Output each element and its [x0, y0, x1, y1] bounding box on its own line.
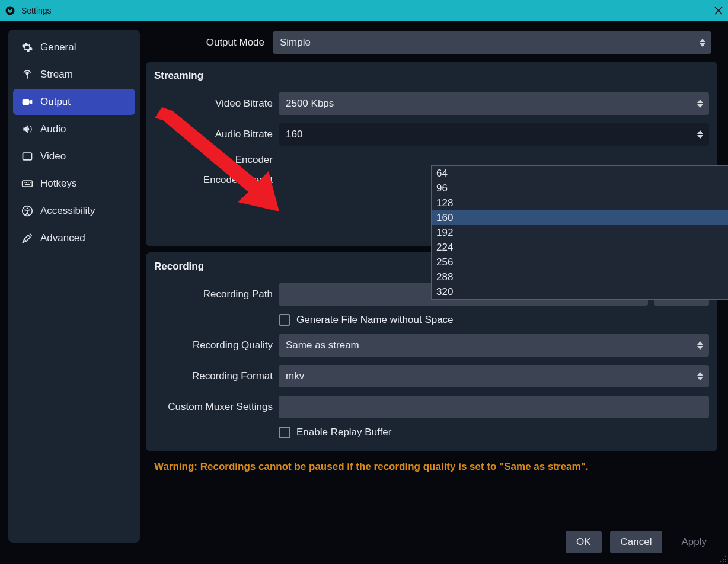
replay-buffer-row[interactable]: Enable Replay Buffer	[279, 427, 709, 438]
output-mode-value: Simple	[280, 37, 311, 49]
recording-quality-value: Same as stream	[286, 339, 359, 351]
dialog-buttons: OK Cancel Apply	[566, 531, 717, 553]
audio-bitrate-option[interactable]: 128	[432, 196, 728, 210]
close-icon[interactable]	[714, 6, 723, 15]
svg-point-2	[9, 8, 12, 11]
svg-point-8	[27, 208, 28, 210]
video-icon	[21, 150, 33, 162]
sidebar-item-general[interactable]: General	[13, 34, 135, 60]
main-output-panel: Output Mode Simple Streaming Video Bitra…	[146, 24, 726, 564]
audio-bitrate-row: Audio Bitrate 160	[154, 123, 709, 146]
keyboard-icon	[21, 178, 33, 190]
sidebar-item-label: Audio	[40, 123, 66, 135]
recording-format-row: Recording Format mkv	[154, 365, 709, 387]
output-mode-select[interactable]: Simple	[273, 31, 711, 54]
settings-sidebar: General Stream Output Audio Video Hotkey…	[8, 30, 140, 543]
window-title: Settings	[21, 6, 52, 15]
audio-bitrate-label: Audio Bitrate	[154, 129, 273, 140]
encoder-label: Encoder	[154, 154, 273, 166]
recording-path-label: Recording Path	[154, 289, 273, 300]
svg-point-11	[725, 559, 726, 560]
audio-bitrate-option[interactable]: 288	[432, 270, 728, 284]
resize-grip-icon[interactable]	[719, 555, 727, 563]
video-bitrate-value: 2500 Kbps	[286, 98, 334, 110]
cancel-button[interactable]: Cancel	[610, 531, 663, 553]
svg-rect-4	[23, 99, 30, 105]
recording-quality-label: Recording Quality	[154, 339, 273, 351]
gear-icon	[21, 41, 33, 53]
svg-point-3	[27, 73, 28, 75]
sidebar-item-hotkeys[interactable]: Hotkeys	[13, 171, 135, 197]
video-bitrate-input[interactable]: 2500 Kbps	[279, 92, 709, 115]
tools-icon	[21, 232, 33, 244]
spinner-icon	[696, 370, 704, 383]
replay-buffer-checkbox[interactable]	[279, 427, 290, 438]
sidebar-item-output[interactable]: Output	[13, 89, 135, 115]
audio-bitrate-option[interactable]: 224	[432, 240, 728, 255]
sidebar-item-stream[interactable]: Stream	[13, 62, 135, 88]
antenna-icon	[21, 69, 33, 81]
svg-rect-6	[23, 181, 33, 187]
replay-buffer-label: Enable Replay Buffer	[296, 427, 391, 438]
streaming-title: Streaming	[154, 70, 709, 82]
generate-no-space-checkbox[interactable]	[279, 314, 290, 326]
audio-bitrate-option[interactable]: 256	[432, 255, 728, 270]
generate-no-space-label: Generate File Name without Space	[296, 314, 454, 326]
spinner-icon	[698, 36, 707, 49]
video-bitrate-label: Video Bitrate	[154, 98, 273, 110]
sidebar-item-label: Hotkeys	[40, 178, 76, 190]
generate-no-space-row[interactable]: Generate File Name without Space	[279, 314, 709, 326]
ok-button[interactable]: OK	[566, 531, 602, 553]
svg-point-10	[723, 559, 724, 560]
sidebar-item-advanced[interactable]: Advanced	[13, 225, 135, 251]
svg-point-12	[720, 561, 721, 562]
sidebar-item-label: General	[40, 41, 76, 53]
sidebar-item-accessibility[interactable]: Accessibility	[13, 198, 135, 224]
sidebar-item-label: Accessibility	[40, 205, 95, 217]
custom-muxer-input[interactable]	[279, 396, 709, 418]
sidebar-item-label: Output	[40, 96, 71, 108]
encoder-row: Encoder	[154, 154, 709, 166]
custom-muxer-row: Custom Muxer Settings	[154, 396, 709, 418]
audio-bitrate-option[interactable]: 64	[432, 166, 728, 181]
audio-icon	[21, 123, 33, 135]
audio-bitrate-dropdown-list: 64 96 128 160 192 224 256 288 320	[431, 165, 728, 300]
recording-quality-row: Recording Quality Same as stream	[154, 334, 709, 357]
audio-bitrate-option[interactable]: 160	[432, 210, 728, 225]
sidebar-item-video[interactable]: Video	[13, 143, 135, 169]
video-bitrate-row: Video Bitrate 2500 Kbps	[154, 92, 709, 115]
app-icon	[5, 5, 15, 16]
accessibility-icon	[21, 205, 33, 217]
spinner-icon	[696, 128, 704, 141]
svg-point-13	[723, 561, 724, 562]
apply-button: Apply	[670, 531, 717, 553]
audio-bitrate-select[interactable]: 160	[279, 123, 709, 146]
custom-muxer-label: Custom Muxer Settings	[154, 401, 273, 413]
spinner-icon	[696, 97, 704, 110]
output-mode-label: Output Mode	[146, 37, 264, 49]
output-mode-row: Output Mode Simple	[146, 30, 717, 56]
sidebar-item-audio[interactable]: Audio	[13, 116, 135, 142]
audio-bitrate-option[interactable]: 320	[432, 284, 728, 299]
svg-point-9	[725, 556, 726, 557]
sidebar-item-label: Video	[40, 150, 66, 162]
svg-point-14	[725, 561, 726, 562]
audio-bitrate-option[interactable]: 192	[432, 225, 728, 240]
sidebar-item-label: Stream	[40, 69, 73, 81]
recording-quality-select[interactable]: Same as stream	[279, 334, 709, 357]
warning-text: Warning: Recordings cannot be paused if …	[146, 457, 717, 473]
spinner-icon	[696, 339, 704, 352]
recording-format-select[interactable]: mkv	[279, 365, 709, 387]
recording-format-label: Recording Format	[154, 370, 273, 382]
titlebar[interactable]: Settings	[0, 0, 728, 21]
svg-rect-5	[23, 153, 32, 160]
audio-bitrate-option[interactable]: 96	[432, 181, 728, 196]
output-icon	[21, 96, 33, 108]
encoder-preset-label: Encoder Preset	[154, 174, 273, 186]
audio-bitrate-value: 160	[286, 129, 302, 140]
sidebar-item-label: Advanced	[40, 232, 85, 244]
recording-format-value: mkv	[286, 370, 304, 382]
